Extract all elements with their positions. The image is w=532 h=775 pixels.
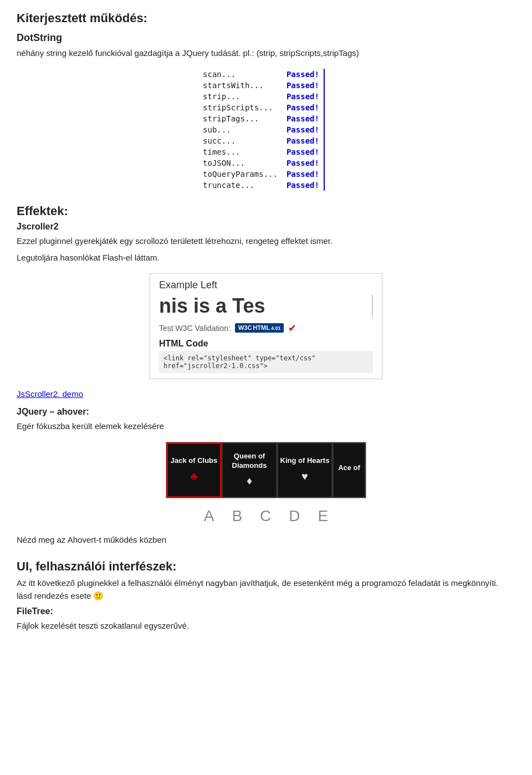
w3c-html-label: HTML bbox=[253, 325, 270, 331]
passed-cell: Passed! bbox=[282, 80, 324, 91]
card-name: Ace of bbox=[338, 463, 360, 473]
table-row: strip...Passed! bbox=[198, 91, 334, 102]
scroller-demo-container: Example Left nis is a Tes Test W3C Valid… bbox=[17, 273, 515, 379]
jscroller2-desc1: Ezzel pluginnel gyerekjáték egy scrolloz… bbox=[17, 235, 515, 248]
card-name: Queen of Diamonds bbox=[223, 452, 276, 471]
w3c-version-label: 4.01 bbox=[271, 325, 281, 331]
scroller-w3c-row: Test W3C Validation: W3C HTML 4.01 ✔ bbox=[159, 322, 373, 334]
scroller-code-line: <link rel="stylesheet" type="text/css" h… bbox=[159, 351, 373, 373]
divider-cell bbox=[324, 146, 334, 157]
table-row: stripScripts...Passed! bbox=[198, 102, 334, 113]
w3c-badge: W3C HTML 4.01 bbox=[235, 323, 284, 333]
table-row: succ...Passed! bbox=[198, 135, 334, 146]
jscroller2-demo-link[interactable]: JsScroller2. demo bbox=[17, 389, 83, 399]
divider-cell bbox=[324, 69, 334, 80]
func-name-cell: succ... bbox=[198, 135, 282, 146]
letter-item: B bbox=[232, 507, 242, 525]
passed-cell: Passed! bbox=[282, 135, 324, 146]
func-name-cell: scan... bbox=[198, 69, 282, 80]
dotstring-desc: néhány string kezelő funckióval gazdagít… bbox=[17, 47, 515, 60]
divider-cell bbox=[324, 102, 334, 113]
func-name-cell: startsWith... bbox=[198, 80, 282, 91]
scroller-w3c-label: Test W3C Validation: bbox=[159, 324, 231, 333]
func-name-cell: truncate... bbox=[198, 180, 282, 191]
table-row: toQueryParams...Passed! bbox=[198, 169, 334, 180]
divider-cell bbox=[324, 124, 334, 135]
w3c-badge-text: W3C bbox=[238, 325, 252, 331]
letter-item: D bbox=[289, 507, 300, 525]
letter-item: C bbox=[260, 507, 271, 525]
divider-cell bbox=[324, 157, 334, 169]
card-item: Queen of Diamonds♦ bbox=[222, 442, 277, 498]
letter-item: E bbox=[318, 507, 329, 525]
filetree-label: FileTree: bbox=[17, 606, 515, 616]
card-item: Ace of bbox=[332, 442, 366, 498]
divider-cell bbox=[324, 91, 334, 102]
ui-title: UI, felhasználói interfészek: bbox=[17, 559, 515, 574]
jscroller2-label: Jscroller2 bbox=[17, 222, 515, 232]
demo-link-container: JsScroller2. demo bbox=[17, 388, 515, 401]
divider-cell bbox=[324, 135, 334, 146]
divider-cell bbox=[324, 169, 334, 180]
func-name-cell: stripTags... bbox=[198, 113, 282, 124]
cards-row: Jack of Clubs♣Queen of Diamonds♦King of … bbox=[166, 442, 366, 498]
table-row: scan...Passed! bbox=[198, 69, 334, 80]
card-name: Jack of Clubs bbox=[171, 456, 218, 466]
ahover-action-desc: Nézd meg az Ahovert-t működés közben bbox=[17, 534, 515, 547]
jscroller2-desc2: Legutoljára hasonlókat Flash-el láttam. bbox=[17, 252, 515, 264]
effects-title: Effektek: bbox=[17, 204, 515, 218]
card-suit-icon: ♦ bbox=[247, 473, 252, 488]
cards-container: Jack of Clubs♣Queen of Diamonds♦King of … bbox=[17, 442, 515, 498]
w3c-checkmark-icon: ✔ bbox=[288, 322, 296, 334]
main-title: Kiterjesztett működés: bbox=[17, 11, 515, 26]
divider-cell bbox=[324, 113, 334, 124]
letters-row: ABCDE bbox=[17, 507, 515, 525]
passed-cell: Passed! bbox=[282, 113, 324, 124]
passed-cell: Passed! bbox=[282, 124, 324, 135]
scroller-example-label: Example Left bbox=[159, 279, 373, 291]
func-name-cell: toJSON... bbox=[198, 157, 282, 169]
scroller-demo-box: Example Left nis is a Tes Test W3C Valid… bbox=[150, 273, 382, 379]
card-suit-icon: ♣ bbox=[190, 469, 197, 483]
table-row: sub...Passed! bbox=[198, 124, 334, 135]
func-name-cell: times... bbox=[198, 146, 282, 157]
scroller-scrolling-text: nis is a Tes bbox=[159, 294, 373, 318]
letter-item: A bbox=[204, 507, 214, 525]
divider-cell bbox=[324, 180, 334, 191]
table-row: startsWith...Passed! bbox=[198, 80, 334, 91]
func-name-cell: toQueryParams... bbox=[198, 169, 282, 180]
card-name: King of Hearts bbox=[280, 456, 330, 466]
dotstring-label: DotString bbox=[17, 32, 515, 44]
table-row: times...Passed! bbox=[198, 146, 334, 157]
test-table-container: scan...Passed!startsWith...Passed!strip.… bbox=[17, 69, 515, 191]
card-suit-icon: ♥ bbox=[301, 469, 308, 483]
jquery-ahover-title: JQuery – ahover: bbox=[17, 407, 515, 417]
test-table: scan...Passed!startsWith...Passed!strip.… bbox=[198, 69, 334, 191]
passed-cell: Passed! bbox=[282, 146, 324, 157]
passed-cell: Passed! bbox=[282, 102, 324, 113]
ahover-desc: Egér fókuszba került elemek kezelésére bbox=[17, 420, 515, 433]
filetree-desc: Fájlok kezelését teszti szokatlanul egys… bbox=[17, 620, 515, 633]
card-item: Jack of Clubs♣ bbox=[166, 442, 222, 498]
func-name-cell: strip... bbox=[198, 91, 282, 102]
passed-cell: Passed! bbox=[282, 91, 324, 102]
divider-cell bbox=[324, 80, 334, 91]
table-row: toJSON...Passed! bbox=[198, 157, 334, 169]
passed-cell: Passed! bbox=[282, 157, 324, 169]
table-row: stripTags...Passed! bbox=[198, 113, 334, 124]
table-row: truncate...Passed! bbox=[198, 180, 334, 191]
scroller-html-code-title: HTML Code bbox=[159, 339, 373, 349]
passed-cell: Passed! bbox=[282, 69, 324, 80]
func-name-cell: sub... bbox=[198, 124, 282, 135]
ui-desc1: Az itt következő pluginekkel a felhaszná… bbox=[17, 577, 515, 602]
card-item: King of Hearts♥ bbox=[277, 442, 332, 498]
passed-cell: Passed! bbox=[282, 180, 324, 191]
passed-cell: Passed! bbox=[282, 169, 324, 180]
func-name-cell: stripScripts... bbox=[198, 102, 282, 113]
